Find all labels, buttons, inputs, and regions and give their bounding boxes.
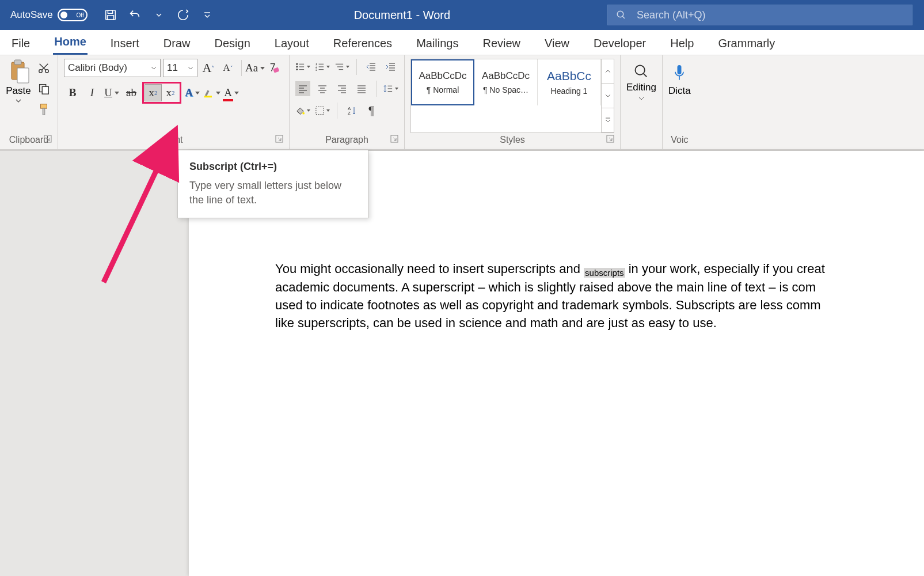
bold-button[interactable]: B	[64, 84, 81, 101]
grow-font-button[interactable]: A˄	[200, 59, 217, 77]
sort-button[interactable]: AZ	[344, 103, 359, 118]
copy-icon	[37, 82, 50, 95]
svg-rect-18	[273, 67, 279, 73]
tab-view[interactable]: View	[543, 32, 571, 55]
font-color-button[interactable]: A	[223, 84, 240, 101]
svg-rect-19	[204, 96, 212, 97]
font-dialog-launcher[interactable]	[275, 135, 283, 145]
cut-button[interactable]	[36, 60, 52, 76]
tooltip-title: Subscript (Ctrl+=)	[189, 161, 356, 173]
line-spacing-button[interactable]	[383, 81, 398, 96]
svg-rect-16	[43, 108, 45, 115]
svg-line-71	[643, 74, 647, 77]
qat-customize-icon[interactable]	[200, 8, 214, 22]
styles-scroll-down[interactable]	[602, 84, 614, 108]
strikethrough-button[interactable]: ab	[123, 84, 140, 101]
document-body-text[interactable]: You might occasionally need to insert su…	[275, 260, 908, 332]
svg-line-5	[622, 16, 625, 18]
tab-review[interactable]: Review	[481, 32, 522, 55]
autosave-label: AutoSave	[10, 9, 53, 21]
undo-dropdown-icon[interactable]	[152, 8, 166, 22]
font-name-combo[interactable]: Calibri (Body)	[64, 59, 161, 77]
group-voice: Dicta Voic	[663, 55, 697, 149]
paragraph-dialog-launcher[interactable]	[390, 135, 398, 145]
align-center-button[interactable]	[315, 81, 330, 96]
styles-gallery: AaBbCcDc ¶ Normal AaBbCcDc ¶ No Spac… Aa…	[410, 59, 614, 133]
style-normal[interactable]: AaBbCcDc ¶ Normal	[411, 59, 474, 105]
tab-insert[interactable]: Insert	[109, 32, 140, 55]
magnifier-icon	[633, 63, 649, 79]
voice-group-label: Voic	[671, 135, 688, 145]
ribbon-tabs: File Home Insert Draw Design Layout Refe…	[0, 30, 924, 55]
subscript-button[interactable]: x2	[145, 84, 162, 101]
tab-file[interactable]: File	[10, 32, 31, 55]
redo-button[interactable]	[176, 8, 190, 22]
style-no-spacing[interactable]: AaBbCcDc ¶ No Spac…	[474, 59, 538, 105]
scissors-icon	[37, 62, 50, 74]
increase-indent-button[interactable]	[383, 59, 398, 74]
multilevel-icon	[334, 62, 344, 72]
show-paragraph-marks-button[interactable]: ¶	[364, 103, 379, 118]
tab-draw[interactable]: Draw	[162, 32, 192, 55]
chevron-up-icon	[605, 69, 611, 74]
numbering-button[interactable]: 123	[315, 59, 330, 74]
undo-button[interactable]	[128, 8, 142, 22]
autosave-toggle[interactable]: AutoSave Off	[0, 9, 98, 21]
search-placeholder: Search (Alt+Q)	[637, 9, 706, 21]
find-button[interactable]: Editing	[626, 59, 656, 101]
align-left-button[interactable]	[295, 81, 310, 96]
clipboard-dialog-launcher[interactable]	[44, 135, 52, 145]
selected-text[interactable]: subscripts	[584, 268, 625, 278]
styles-expand[interactable]	[602, 108, 614, 132]
italic-button[interactable]: I	[83, 84, 101, 101]
dialog-launcher-icon	[390, 135, 398, 143]
shading-button[interactable]	[295, 103, 310, 118]
sort-icon: AZ	[347, 105, 357, 116]
paste-button[interactable]: Paste	[6, 59, 31, 104]
justify-icon	[356, 84, 367, 94]
svg-text:3: 3	[315, 68, 317, 71]
tab-mailings[interactable]: Mailings	[415, 32, 459, 55]
chevron-down-icon	[16, 98, 21, 104]
indent-icon	[386, 62, 396, 72]
tab-references[interactable]: References	[332, 32, 393, 55]
search-input[interactable]: Search (Alt+Q)	[607, 5, 912, 25]
shrink-font-button[interactable]: A˅	[219, 59, 237, 77]
align-right-icon	[337, 84, 347, 94]
bullets-button[interactable]	[295, 59, 310, 74]
superscript-button[interactable]: x2	[162, 84, 179, 101]
change-case-button[interactable]: Aa	[246, 59, 264, 77]
borders-button[interactable]	[315, 103, 330, 118]
tab-grammarly[interactable]: Grammarly	[717, 32, 776, 55]
font-size-combo[interactable]: 11	[163, 59, 197, 77]
copy-button[interactable]	[36, 81, 52, 97]
tab-layout[interactable]: Layout	[273, 32, 310, 55]
underline-button[interactable]: U	[103, 84, 120, 101]
autosave-switch[interactable]: Off	[58, 9, 88, 21]
style-heading-1[interactable]: AaBbCc Heading 1	[538, 59, 601, 105]
tab-developer[interactable]: Developer	[592, 32, 647, 55]
align-right-button[interactable]	[334, 81, 349, 96]
title-bar: AutoSave Off Document1 - Word Search (Al…	[0, 0, 924, 30]
group-font: Calibri (Body) 11 A˄ A˅ Aa B I U	[58, 55, 290, 149]
highlight-button[interactable]	[203, 84, 220, 101]
line-spacing-icon	[383, 84, 393, 94]
dictate-button[interactable]: Dicta	[668, 59, 691, 97]
tab-help[interactable]: Help	[669, 32, 695, 55]
multilevel-list-button[interactable]	[334, 59, 349, 74]
styles-dialog-launcher[interactable]	[606, 135, 614, 145]
svg-text:Z: Z	[348, 111, 351, 116]
format-painter-button[interactable]	[36, 101, 52, 118]
paragraph-group-label: Paragraph	[325, 135, 368, 145]
justify-button[interactable]	[354, 81, 369, 96]
highlighter-icon	[203, 87, 214, 98]
svg-rect-64	[316, 107, 324, 114]
tab-home[interactable]: Home	[53, 31, 88, 55]
clear-formatting-button[interactable]	[266, 59, 283, 77]
save-icon[interactable]	[104, 8, 117, 22]
text-effects-button[interactable]: A	[184, 84, 201, 101]
styles-scroll-up[interactable]	[602, 59, 614, 84]
tab-design[interactable]: Design	[214, 32, 252, 55]
decrease-indent-button[interactable]	[364, 59, 379, 74]
eraser-icon	[268, 62, 281, 74]
